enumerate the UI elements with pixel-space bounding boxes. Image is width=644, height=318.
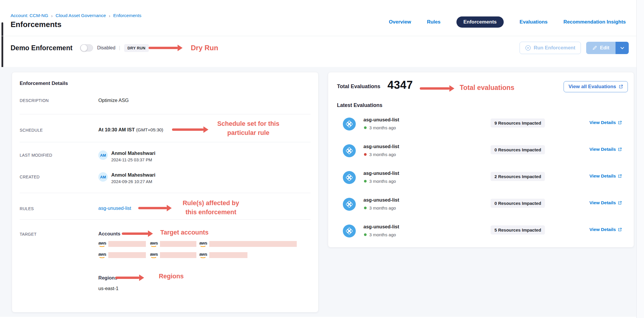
redacted-account-id xyxy=(209,252,247,258)
evaluation-time: 3 months ago xyxy=(364,125,396,130)
row-divider xyxy=(20,219,311,220)
redacted-account-id xyxy=(209,241,297,247)
last-modified-name: Anmol Maheshwari xyxy=(111,150,155,156)
external-link-icon xyxy=(618,201,622,205)
rule-link[interactable]: asg-unused-list xyxy=(98,205,131,211)
governance-rule-icon xyxy=(343,118,356,130)
view-details-link[interactable]: View Details xyxy=(589,120,622,125)
view-details-link[interactable]: View Details xyxy=(589,227,622,232)
enabled-toggle[interactable] xyxy=(80,44,93,51)
page-title: Enforcements xyxy=(11,20,61,29)
target-account: aws xyxy=(199,252,247,259)
evaluation-rule-name: asg-unused-list xyxy=(363,170,399,176)
evaluation-rule-name: asg-unused-list xyxy=(363,197,399,203)
redacted-account-id xyxy=(160,252,196,258)
enforcement-name: Demo Enforcement xyxy=(11,44,73,52)
redacted-account-id xyxy=(108,252,146,258)
edit-button-label: Edit xyxy=(600,45,609,51)
annotation-arrow-rules xyxy=(138,207,167,209)
evaluation-rule-name: asg-unused-list xyxy=(363,144,399,149)
details-card-title: Enforcement Details xyxy=(20,81,68,86)
description-value: Optimize ASG xyxy=(98,98,129,103)
play-circle-icon xyxy=(525,45,531,51)
annotation-accounts: Target accounts xyxy=(160,229,208,236)
evaluation-row: asg-unused-list 3 months ago 2 Resources… xyxy=(328,168,634,187)
tab-enforcements[interactable]: Enforcements xyxy=(456,16,504,28)
evaluation-time: 3 months ago xyxy=(364,152,396,157)
tab-rules[interactable]: Rules xyxy=(427,19,440,25)
edit-button[interactable]: Edit xyxy=(586,42,615,54)
external-link-icon xyxy=(618,121,622,125)
tab-overview[interactable]: Overview xyxy=(389,19,411,25)
target-label: TARGET xyxy=(20,232,37,237)
edit-dropdown-button[interactable] xyxy=(615,42,629,54)
annotation-rules: Rule(s) affected by this enforcement xyxy=(172,199,250,217)
governance-rule-icon xyxy=(343,225,356,237)
total-evaluations-value: 4347 xyxy=(387,79,413,91)
evaluation-time: 3 months ago xyxy=(364,232,396,237)
tab-evaluations[interactable]: Evaluations xyxy=(520,19,547,25)
evaluation-rule-name: asg-unused-list xyxy=(363,224,399,230)
target-account: aws xyxy=(150,252,196,259)
breadcrumb: Account: CCM-NG › Cloud Asset Governance… xyxy=(11,13,141,18)
annotation-total-evaluations: Total evaluations xyxy=(460,84,514,92)
last-modified-label: LAST MODIFIED xyxy=(20,153,52,158)
description-label: DESCRIPTION xyxy=(20,98,49,103)
header-divider xyxy=(0,36,636,36)
last-modified-date: 2024-11-25 03:37 PM xyxy=(111,158,155,162)
breadcrumb-governance[interactable]: Cloud Asset Governance xyxy=(55,13,106,18)
external-link-icon xyxy=(618,228,622,232)
run-enforcement-button[interactable]: Run Enforcement xyxy=(520,42,581,54)
enforcement-details-card: Enforcement Details DESCRIPTION Optimize… xyxy=(12,72,318,312)
aws-logo-icon: aws xyxy=(150,252,158,259)
divider-pipe: | xyxy=(119,45,120,51)
governance-rule-icon xyxy=(343,144,356,157)
resources-impacted-badge: 5 Resources Impacted xyxy=(490,225,545,235)
resources-impacted-badge: 0 Resources Impacted xyxy=(490,199,545,208)
evaluation-row: asg-unused-list 3 months ago 9 Resources… xyxy=(328,115,634,133)
annotation-arrow-accounts xyxy=(122,232,148,235)
view-details-link[interactable]: View Details xyxy=(589,200,622,205)
avatar: AM xyxy=(98,172,108,182)
row-divider xyxy=(20,114,311,114)
toggle-knob xyxy=(80,44,87,51)
created-name: Anmol Maheshwari xyxy=(111,172,155,178)
target-account: aws xyxy=(150,240,196,248)
breadcrumb-enforcements[interactable]: Enforcements xyxy=(113,13,141,18)
target-account: aws xyxy=(98,252,146,259)
row-divider xyxy=(20,142,311,142)
regions-label: Regions xyxy=(98,275,117,281)
view-details-link[interactable]: View Details xyxy=(589,173,622,179)
toggle-state-label: Disabled xyxy=(97,45,115,51)
aws-logo-icon: aws xyxy=(199,240,207,248)
target-account: aws xyxy=(98,240,146,248)
row-divider xyxy=(20,193,311,193)
created-label: CREATED xyxy=(20,175,40,179)
evaluation-row: asg-unused-list 3 months ago 0 Resources… xyxy=(328,195,634,214)
tab-recommendation-insights[interactable]: Recommendation Insights xyxy=(563,19,626,25)
created-date: 2024-09-26 10:27 AM xyxy=(111,179,155,184)
content-area: Enforcement Details DESCRIPTION Optimize… xyxy=(0,67,636,317)
breadcrumb-account[interactable]: Account: CCM-NG xyxy=(11,13,48,18)
resources-impacted-badge: 9 Resources Impacted xyxy=(490,118,545,128)
annotation-arrow-regions xyxy=(115,277,139,279)
schedule-time: At 10:30 AM IST xyxy=(98,127,135,132)
governance-rule-icon xyxy=(343,171,356,184)
tab-bar: Overview Rules Enforcements Evaluations … xyxy=(389,16,626,28)
evaluation-rule-name: asg-unused-list xyxy=(363,117,399,123)
last-modified-person: AM Anmol Maheshwari 2024-11-25 03:37 PM xyxy=(98,150,155,162)
breadcrumb-separator: › xyxy=(109,13,110,18)
run-enforcement-label: Run Enforcement xyxy=(534,45,575,51)
region-value: us-east-1 xyxy=(98,286,119,291)
vertical-scrollbar[interactable] xyxy=(636,0,644,318)
breadcrumb-separator: › xyxy=(51,13,53,18)
external-link-icon xyxy=(618,174,622,178)
aws-logo-icon: aws xyxy=(150,240,158,248)
rules-label: RULES xyxy=(20,206,34,211)
annotation-schedule: Schedule set for this particular rule xyxy=(210,119,286,138)
view-all-evaluations-button[interactable]: View all Evaluations xyxy=(564,81,628,92)
view-details-link[interactable]: View Details xyxy=(589,147,622,152)
created-person: AM Anmol Maheshwari 2024-09-26 10:27 AM xyxy=(98,172,155,184)
redacted-account-id xyxy=(108,241,146,247)
status-dot-icon xyxy=(364,153,367,156)
